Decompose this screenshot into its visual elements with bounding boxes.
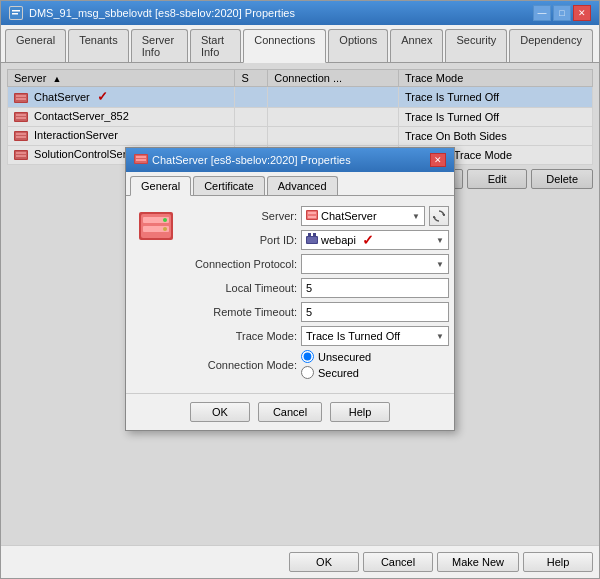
svg-rect-36: [313, 233, 316, 237]
modal-title-left: ChatServer [es8-sbelov:2020] Properties: [134, 152, 351, 168]
svg-point-28: [163, 227, 167, 231]
app-icon: [9, 6, 23, 20]
minimize-button[interactable]: —: [533, 5, 551, 21]
local-timeout-input[interactable]: [301, 278, 449, 298]
svg-rect-35: [308, 233, 311, 237]
modal-server-icon: [136, 206, 176, 246]
svg-rect-31: [308, 212, 316, 214]
trace-mode-arrow: ▼: [436, 332, 444, 341]
ok-button[interactable]: OK: [289, 552, 359, 572]
tab-server-info[interactable]: Server Info: [131, 29, 188, 62]
local-timeout-label: Local Timeout:: [182, 282, 297, 294]
svg-rect-2: [12, 13, 18, 15]
form-top-row: Server:: [136, 206, 444, 379]
title-bar-left: DMS_91_msg_sbbelovdt [es8-sbelov:2020] P…: [9, 6, 295, 20]
modal-overlay: ChatServer [es8-sbelov:2020] Properties …: [1, 63, 599, 545]
radio-unsecured-label: Unsecured: [318, 351, 371, 363]
svg-rect-1: [12, 10, 20, 12]
port-id-icon: [306, 233, 318, 247]
form-row-trace-mode: Trace Mode: Trace Is Turned Off ▼: [182, 326, 449, 346]
radio-unsecured-input[interactable]: [301, 350, 314, 363]
maximize-button[interactable]: □: [553, 5, 571, 21]
title-controls: — □ ✕: [533, 5, 591, 21]
modal-help-button[interactable]: Help: [330, 402, 390, 422]
modal-title-bar: ChatServer [es8-sbelov:2020] Properties …: [126, 148, 454, 172]
modal-cancel-button[interactable]: Cancel: [258, 402, 322, 422]
svg-rect-34: [307, 237, 317, 243]
server-select-arrow: ▼: [412, 212, 420, 221]
radio-secured-label: Secured: [318, 367, 359, 379]
tab-start-info[interactable]: Start Info: [190, 29, 241, 62]
window-title: DMS_91_msg_sbbelovdt [es8-sbelov:2020] P…: [29, 7, 295, 19]
port-id-value: webapi: [321, 234, 356, 246]
form-fields: Server:: [182, 206, 449, 379]
radio-secured: Secured: [301, 366, 449, 379]
connection-protocol-select[interactable]: ▼: [301, 254, 449, 274]
server-select-icon: [306, 209, 318, 223]
connection-mode-label: Connection Mode:: [182, 359, 297, 371]
tab-options[interactable]: Options: [328, 29, 388, 62]
tab-security[interactable]: Security: [445, 29, 507, 62]
help-button[interactable]: Help: [523, 552, 593, 572]
form-row-local-timeout: Local Timeout:: [182, 278, 449, 298]
modal-tab-general[interactable]: General: [130, 176, 191, 196]
svg-rect-21: [136, 156, 146, 158]
bottom-actions: OK Cancel Make New Help: [1, 545, 599, 578]
modal-title-icon: [134, 152, 148, 168]
main-window: DMS_91_msg_sbbelovdt [es8-sbelov:2020] P…: [0, 0, 600, 579]
form-row-server: Server:: [182, 206, 449, 226]
modal-tab-bar: General Certificate Advanced: [126, 172, 454, 196]
modal-title-text: ChatServer [es8-sbelov:2020] Properties: [152, 154, 351, 166]
tab-connections[interactable]: Connections: [243, 29, 326, 63]
tab-dependency[interactable]: Dependency: [509, 29, 593, 62]
main-content: Server ▲ S Connection ... Trace Mode: [1, 63, 599, 545]
title-bar: DMS_91_msg_sbbelovdt [es8-sbelov:2020] P…: [1, 1, 599, 25]
tab-annex[interactable]: Annex: [390, 29, 443, 62]
modal-dialog: ChatServer [es8-sbelov:2020] Properties …: [125, 147, 455, 431]
connection-mode-radio-group: Unsecured Secured: [301, 350, 449, 379]
form-row-connection-protocol: Connection Protocol: ▼: [182, 254, 449, 274]
modal-tab-advanced[interactable]: Advanced: [267, 176, 338, 195]
remote-timeout-label: Remote Timeout:: [182, 306, 297, 318]
modal-ok-button[interactable]: OK: [190, 402, 250, 422]
radio-unsecured: Unsecured: [301, 350, 449, 363]
trace-mode-value: Trace Is Turned Off: [306, 330, 400, 342]
server-select-value: ChatServer: [321, 210, 377, 222]
port-checkmark: ✓: [362, 232, 374, 248]
server-label: Server:: [182, 210, 297, 222]
server-select[interactable]: ChatServer ▼: [301, 206, 425, 226]
port-id-select-arrow: ▼: [436, 236, 444, 245]
make-new-button[interactable]: Make New: [437, 552, 519, 572]
close-button[interactable]: ✕: [573, 5, 591, 21]
svg-rect-32: [308, 216, 316, 218]
modal-body: Server:: [126, 196, 454, 393]
remote-timeout-input[interactable]: [301, 302, 449, 322]
connection-protocol-arrow: ▼: [436, 260, 444, 269]
modal-tab-certificate[interactable]: Certificate: [193, 176, 265, 195]
modal-footer: OK Cancel Help: [126, 393, 454, 430]
svg-point-27: [163, 218, 167, 222]
trace-mode-select[interactable]: Trace Is Turned Off ▼: [301, 326, 449, 346]
main-tab-bar: General Tenants Server Info Start Info C…: [1, 25, 599, 63]
modal-close-button[interactable]: ✕: [430, 153, 446, 167]
port-id-select[interactable]: webapi ✓ ▼: [301, 230, 449, 250]
connection-protocol-label: Connection Protocol:: [182, 258, 297, 270]
refresh-button[interactable]: [429, 206, 449, 226]
trace-mode-label: Trace Mode:: [182, 330, 297, 342]
cancel-button[interactable]: Cancel: [363, 552, 433, 572]
form-row-remote-timeout: Remote Timeout:: [182, 302, 449, 322]
svg-rect-22: [136, 159, 146, 161]
form-row-connection-mode: Connection Mode: Unsecured Secured: [182, 350, 449, 379]
tab-tenants[interactable]: Tenants: [68, 29, 129, 62]
port-id-label: Port ID:: [182, 234, 297, 246]
tab-general[interactable]: General: [5, 29, 66, 62]
form-row-port-id: Port ID:: [182, 230, 449, 250]
radio-secured-input[interactable]: [301, 366, 314, 379]
